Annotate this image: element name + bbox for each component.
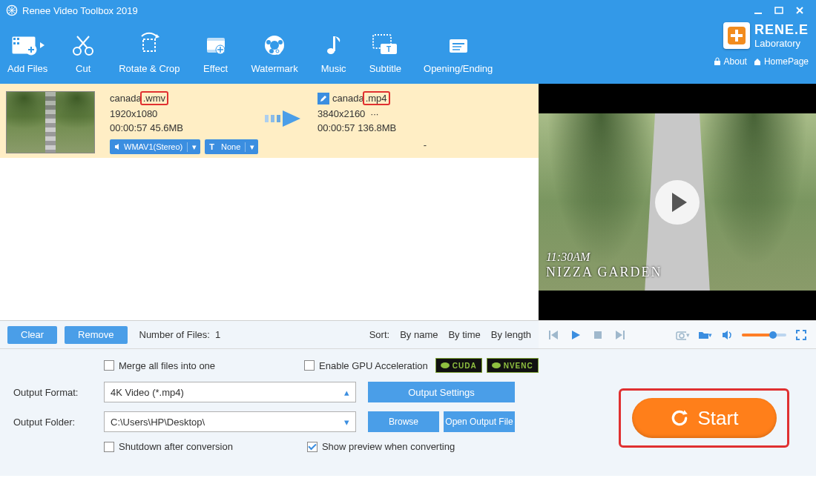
cut-label: Cut xyxy=(76,63,91,74)
preview-image: 11:30AM NIZZA GARDEN xyxy=(539,113,816,291)
dst-more[interactable]: ··· xyxy=(371,108,379,119)
output-settings-button[interactable]: Output Settings xyxy=(368,382,515,402)
output-folder-combo[interactable]: C:\Users\HP\Desktop\ ▾ xyxy=(104,411,356,432)
bottom-panel: Merge all files into one Enable GPU Acce… xyxy=(0,348,816,476)
shutdown-checkbox[interactable]: Shutdown after conversion xyxy=(104,441,233,452)
stop-button[interactable] xyxy=(590,328,605,342)
effect-icon xyxy=(203,30,229,60)
preview-panel: 11:30AM NIZZA GARDEN xyxy=(539,84,816,320)
music-label: Music xyxy=(321,63,346,74)
rotate-crop-button[interactable]: Rotate & Crop xyxy=(119,30,180,74)
minimize-button[interactable] xyxy=(748,3,769,18)
text-track-dropdown[interactable]: T None ▾ xyxy=(205,139,258,154)
file-list-empty xyxy=(0,158,539,320)
show-preview-checkbox[interactable]: Show preview when converting xyxy=(307,441,455,452)
edit-icon[interactable] xyxy=(317,93,329,105)
open-folder-button[interactable]: ▾ xyxy=(697,328,712,342)
sort-by-time[interactable]: By time xyxy=(448,329,480,340)
dst-name: canada xyxy=(332,93,364,104)
remove-button[interactable]: Remove xyxy=(65,326,127,344)
prev-button[interactable] xyxy=(546,328,561,342)
title-bar: Renee Video Toolbox 2019 xyxy=(0,0,816,21)
svg-marker-46 xyxy=(283,110,300,127)
about-link[interactable]: About xyxy=(713,56,747,67)
audio-codec-dropdown[interactable]: WMAV1(Stereo) ▾ xyxy=(110,139,200,154)
svg-marker-14 xyxy=(40,42,45,48)
fullscreen-button[interactable] xyxy=(794,328,809,342)
opening-ending-button[interactable]: Opening/Ending xyxy=(424,30,493,74)
start-button[interactable]: Start xyxy=(632,398,777,438)
scissors-icon xyxy=(70,30,96,60)
volume-slider[interactable] xyxy=(742,334,786,336)
svg-rect-22 xyxy=(207,38,225,41)
dst-text: - xyxy=(317,139,533,150)
sort-by-name[interactable]: By name xyxy=(400,329,438,340)
src-ext-highlight: .wmv xyxy=(140,91,168,105)
svg-rect-10 xyxy=(17,42,19,44)
svg-point-31 xyxy=(269,49,274,53)
svg-marker-48 xyxy=(551,331,558,339)
subtitle-button[interactable]: T Subtitle xyxy=(369,30,401,74)
output-folder-label: Output Folder: xyxy=(13,417,104,428)
svg-line-18 xyxy=(77,36,88,48)
clear-button[interactable]: Clear xyxy=(7,326,57,344)
refresh-icon xyxy=(670,408,689,428)
effect-button[interactable]: Effect xyxy=(203,30,229,74)
play-overlay-button[interactable] xyxy=(655,180,700,225)
svg-rect-34 xyxy=(333,36,335,51)
app-icon xyxy=(6,4,18,16)
maximize-button[interactable] xyxy=(769,3,789,18)
homepage-link[interactable]: HomePage xyxy=(753,56,809,67)
file-source-info: canada.wmv 1920x1080 00:00:57 45.6MB WMA… xyxy=(110,91,251,154)
brand-line1: RENE.E xyxy=(754,22,809,38)
watermark-icon xyxy=(261,30,288,60)
add-files-label: Add Files xyxy=(7,63,47,74)
svg-rect-19 xyxy=(143,39,155,51)
arrow-icon xyxy=(251,91,317,131)
nof-label: Number of Files: xyxy=(139,329,210,340)
svg-point-16 xyxy=(85,47,93,55)
svg-rect-8 xyxy=(17,38,19,40)
dst-resolution: 3840x2160 xyxy=(317,108,365,119)
open-output-button[interactable]: Open Output File xyxy=(444,411,515,432)
play-button[interactable] xyxy=(568,328,583,342)
music-icon xyxy=(320,30,347,60)
volume-icon[interactable] xyxy=(720,328,734,342)
brand-line2: Laboratory xyxy=(754,38,809,49)
brand-links: About HomePage xyxy=(713,56,809,67)
watermark-button[interactable]: Watermark xyxy=(251,30,298,74)
svg-rect-42 xyxy=(714,61,720,65)
next-button[interactable] xyxy=(613,328,628,342)
subtitle-icon: T xyxy=(370,30,400,60)
svg-rect-50 xyxy=(594,331,602,339)
watermark-label: Watermark xyxy=(251,63,298,74)
gpu-checkbox[interactable]: Enable GPU Acceleration xyxy=(304,360,428,371)
add-files-button[interactable]: Add Files xyxy=(7,30,47,74)
snapshot-button[interactable]: ▾ xyxy=(675,328,690,342)
svg-point-32 xyxy=(276,50,279,53)
output-format-combo[interactable]: 4K Video (*.mp4) ▴ xyxy=(104,382,356,402)
svg-rect-45 xyxy=(277,115,280,122)
file-list-bar: Clear Remove Number of Files: 1 Sort: By… xyxy=(0,320,539,348)
music-button[interactable]: Music xyxy=(320,30,347,74)
svg-point-15 xyxy=(73,47,81,55)
src-duration: 00:00:57 xyxy=(110,122,148,133)
rotate-crop-label: Rotate & Crop xyxy=(119,63,180,74)
nvenc-badge: NVENC xyxy=(487,358,539,373)
rotate-crop-icon xyxy=(136,30,162,60)
subtitle-label: Subtitle xyxy=(369,63,401,74)
output-format-label: Output Format: xyxy=(13,387,104,398)
cut-button[interactable]: Cut xyxy=(70,30,96,74)
svg-point-28 xyxy=(270,41,279,50)
svg-rect-9 xyxy=(13,42,16,44)
src-resolution: 1920x1080 xyxy=(110,108,251,119)
file-row[interactable]: canada.wmv 1920x1080 00:00:57 45.6MB WMA… xyxy=(0,84,539,158)
merge-checkbox[interactable]: Merge all files into one xyxy=(104,360,215,371)
home-icon xyxy=(753,57,762,66)
cuda-badge: CUDA xyxy=(435,358,482,373)
chevron-down-icon: ▾ xyxy=(245,142,258,152)
svg-line-17 xyxy=(79,36,89,48)
close-button[interactable] xyxy=(789,3,810,18)
sort-by-length[interactable]: By length xyxy=(491,329,531,340)
browse-button[interactable]: Browse xyxy=(368,411,439,432)
